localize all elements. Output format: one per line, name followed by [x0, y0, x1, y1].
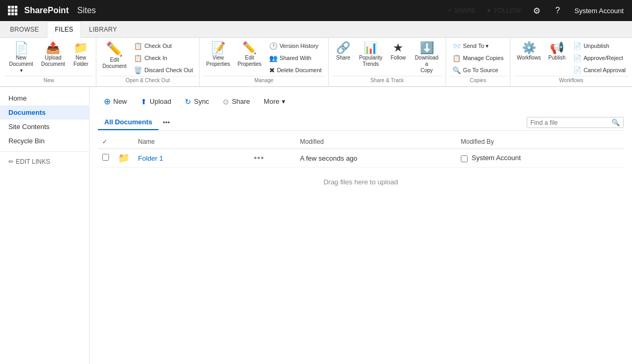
workflows-button[interactable]: ⚙️ Workflows — [514, 40, 544, 63]
tab-files[interactable]: FILES — [47, 21, 81, 38]
top-bar: SharePoint Sites ↗ SHARE ★ FOLLOW ⚙ ? Sy… — [0, 0, 632, 21]
sidebar-item-site-contents-label: Site Contents — [8, 123, 50, 131]
manage-copies-label: Manage Copies — [463, 55, 503, 61]
check-in-label: Check In — [144, 55, 167, 61]
sites-label: Sites — [77, 6, 96, 15]
go-to-source-button[interactable]: 🔍 Go To Source — [449, 64, 507, 76]
sidebar-item-documents[interactable]: Documents — [0, 105, 89, 120]
sidebar-edit-links[interactable]: ✏ EDIT LINKS — [0, 155, 89, 169]
manage-copies-button[interactable]: 📋 Manage Copies — [449, 52, 507, 64]
discard-checkout-icon: 🗑️ — [134, 66, 142, 74]
drag-files-text: Drag files here to upload — [98, 168, 624, 196]
app-grid-icon[interactable] — [4, 2, 21, 19]
checkout-col: 📋 Check Out 📋 Check In 🗑️ Discard Check … — [131, 40, 196, 76]
user-account[interactable]: System Account — [570, 7, 628, 15]
edit-properties-button[interactable]: ✏️ EditProperties — [234, 40, 265, 70]
delete-document-label: Delete Document — [277, 67, 322, 73]
svg-rect-1 — [12, 6, 14, 8]
ribbon-group-open-checkout: ✏️ EditDocument 📋 Check Out 📋 Check In 🗑… — [96, 38, 200, 86]
row-modified-by-check[interactable] — [461, 155, 468, 162]
tab-more-views[interactable]: ••• — [159, 115, 174, 130]
manage-col: 🕐 Version History 👥 Shared With ✖ Delete… — [266, 40, 325, 76]
download-copy-button[interactable]: ⬇️ Download aCopy — [411, 40, 442, 76]
send-to-icon: 📨 — [452, 42, 461, 50]
ribbon-group-share-track-label: Share & Track — [332, 76, 442, 84]
folder-name[interactable]: Folder 1 — [138, 154, 163, 162]
modified-value: A few seconds ago — [300, 154, 357, 162]
new-document-button[interactable]: 📄 NewDocument ▾ — [5, 40, 37, 76]
sidebar-item-site-contents[interactable]: Site Contents — [0, 120, 89, 134]
download-copy-label: Download aCopy — [414, 55, 439, 74]
file-search-input[interactable] — [530, 119, 609, 126]
row-ellipsis-menu[interactable]: ••• — [254, 153, 264, 162]
view-properties-button[interactable]: 📝 ViewProperties — [203, 40, 233, 70]
ribbon-toolbar: 📄 NewDocument ▾ 📤 UploadDocument 📁 NewFo… — [0, 38, 632, 87]
delete-document-button[interactable]: ✖ Delete Document — [266, 64, 325, 76]
check-in-button[interactable]: 📋 Check In — [131, 52, 196, 64]
approve-reject-icon: 📄 — [573, 54, 581, 62]
content-new-button[interactable]: ⊕ New — [98, 93, 133, 110]
edit-pencil-icon: ✏ — [8, 158, 14, 165]
ribbon-group-copies-items: 📨 Send To ▾ 📋 Manage Copies 🔍 Go To Sour… — [449, 40, 507, 76]
follow-button[interactable]: ★ FOLLOW — [483, 5, 524, 16]
content-more-button[interactable]: More ▾ — [258, 94, 292, 109]
share-button-ribbon[interactable]: 🔗 Share — [332, 40, 355, 63]
ribbon-group-new-items: 📄 NewDocument ▾ 📤 UploadDocument 📁 NewFo… — [5, 40, 93, 76]
tab-browse[interactable]: BROWSE — [2, 21, 47, 37]
check-out-button[interactable]: 📋 Check Out — [131, 40, 196, 52]
sidebar-item-home[interactable]: Home — [0, 91, 89, 105]
view-properties-icon: 📝 — [211, 42, 225, 54]
discard-checkout-button[interactable]: 🗑️ Discard Check Out — [131, 64, 196, 76]
version-history-icon: 🕐 — [269, 42, 278, 50]
tab-library[interactable]: LIBRARY — [81, 21, 125, 37]
approve-reject-button[interactable]: 📄 Approve/Reject — [570, 52, 629, 64]
unpublish-button[interactable]: 📄 Unpublish — [570, 40, 629, 52]
follow-icon: ★ — [486, 7, 492, 14]
table-row: 📁 Folder 1 ••• A few seconds ago System … — [98, 149, 624, 168]
content-share-icon: ⊙ — [223, 97, 229, 106]
publish-button[interactable]: 📢 Publish — [545, 40, 569, 63]
view-tabs-left: All Documents ••• — [98, 115, 174, 130]
content-sync-button[interactable]: ↻ Sync — [179, 94, 215, 109]
shared-with-button[interactable]: 👥 Shared With — [266, 52, 325, 64]
sidebar: Home Documents Site Contents Recycle Bin… — [0, 87, 90, 364]
tab-all-documents[interactable]: All Documents — [98, 115, 159, 130]
approve-reject-label: Approve/Reject — [584, 55, 623, 61]
svg-rect-8 — [15, 13, 17, 15]
content-share-label: Share — [232, 97, 250, 105]
main-area: Home Documents Site Contents Recycle Bin… — [0, 87, 632, 364]
share-ribbon-label: Share — [336, 55, 350, 61]
top-bar-right: ↗ SHARE ★ FOLLOW ⚙ ? System Account — [443, 2, 628, 19]
row-checkbox[interactable] — [102, 154, 109, 161]
sidebar-item-recycle-bin-label: Recycle Bin — [8, 137, 45, 145]
content-area: ⊕ New ⬆ Upload ↻ Sync ⊙ Share More ▾ — [90, 87, 632, 364]
ribbon-group-share-track: 🔗 Share 📊 PopularityTrends ★ Follow ⬇️ D… — [329, 38, 446, 86]
sidebar-item-recycle-bin[interactable]: Recycle Bin — [0, 134, 89, 148]
content-new-icon: ⊕ — [104, 96, 111, 106]
download-copy-icon: ⬇️ — [420, 42, 434, 54]
content-upload-button[interactable]: ⬆ Upload — [135, 94, 177, 109]
share-button[interactable]: ↗ SHARE — [443, 5, 479, 16]
version-history-button[interactable]: 🕐 Version History — [266, 40, 325, 52]
settings-button[interactable]: ⚙ — [528, 2, 545, 19]
col-icon — [114, 135, 134, 149]
follow-ribbon-button[interactable]: ★ Follow — [387, 40, 410, 63]
row-check[interactable] — [98, 149, 114, 168]
upload-document-button[interactable]: 📤 UploadDocument — [38, 40, 68, 70]
edit-document-button[interactable]: ✏️ EditDocument — [100, 40, 130, 72]
new-folder-button[interactable]: 📁 NewFolder — [70, 40, 93, 70]
svg-rect-2 — [15, 6, 17, 8]
content-share-button[interactable]: ⊙ Share — [217, 94, 256, 109]
share-label: SHARE — [454, 7, 476, 14]
modified-by-value: System Account — [472, 154, 521, 162]
cancel-approval-button[interactable]: 📄 Cancel Approval — [570, 64, 629, 76]
popularity-trends-button[interactable]: 📊 PopularityTrends — [356, 40, 386, 70]
help-button[interactable]: ? — [549, 2, 566, 19]
send-to-button[interactable]: 📨 Send To ▾ — [449, 40, 507, 52]
row-ellipsis[interactable]: ••• — [250, 149, 295, 168]
table-header-row: ✓ Name Modified Modified By — [98, 135, 624, 149]
ribbon-group-workflows-label: Workflows — [514, 76, 629, 84]
content-new-label: New — [113, 97, 127, 105]
svg-rect-7 — [12, 13, 14, 15]
row-name[interactable]: Folder 1 — [134, 149, 250, 168]
